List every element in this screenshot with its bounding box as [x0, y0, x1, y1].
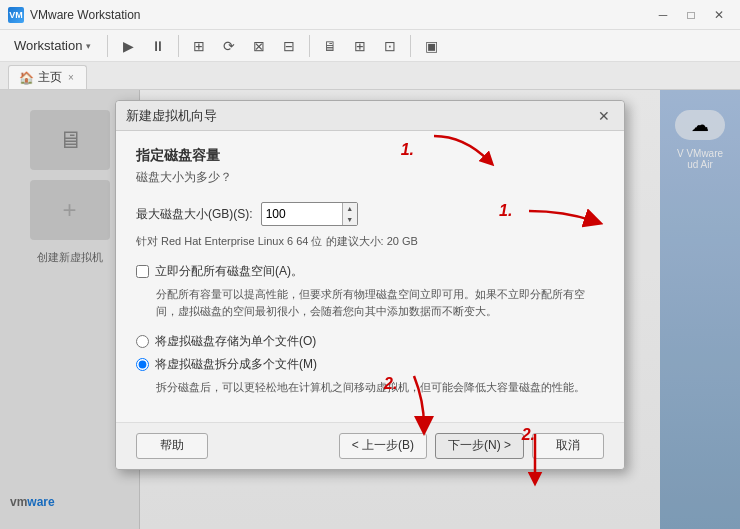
- window-controls: ─ □ ✕: [650, 5, 732, 25]
- new-vm-dialog: 新建虚拟机向导 ✕ 指定磁盘容量 磁盘大小为多少？ 最大磁盘大小(GB)(S):…: [115, 100, 625, 470]
- disk-size-spinner: ▲ ▼: [342, 203, 357, 225]
- single-file-label: 将虚拟磁盘存储为单个文件(O): [155, 333, 316, 350]
- footer-left: 帮助: [136, 433, 331, 459]
- pause-button[interactable]: ⏸: [144, 33, 172, 59]
- dialog-footer: 帮助 < 上一步(B) 下一步(N) > 取消: [116, 422, 624, 469]
- single-file-radio-row: 将虚拟磁盘存储为单个文件(O): [136, 333, 604, 350]
- cancel-button[interactable]: 取消: [532, 433, 604, 459]
- toolbar-btn-3[interactable]: ⊠: [245, 33, 273, 59]
- section-title: 指定磁盘容量: [136, 147, 604, 165]
- disk-storage-radio-group: 将虚拟磁盘存储为单个文件(O) 将虚拟磁盘拆分成多个文件(M) 拆分磁盘后，可以…: [136, 333, 604, 396]
- app-icon: VM: [8, 7, 24, 23]
- dialog-title: 新建虚拟机向导: [126, 107, 594, 125]
- toolbar-btn-6[interactable]: ⊞: [346, 33, 374, 59]
- dialog-body: 指定磁盘容量 磁盘大小为多少？ 最大磁盘大小(GB)(S): ▲ ▼ 针对 Re…: [116, 131, 624, 422]
- back-button[interactable]: < 上一步(B): [339, 433, 427, 459]
- menu-bar: Workstation ▾ ▶ ⏸ ⊞ ⟳ ⊠ ⊟ 🖥 ⊞ ⊡ ▣: [0, 30, 740, 62]
- maximize-button[interactable]: □: [678, 5, 704, 25]
- home-tab[interactable]: 🏠 主页 ×: [8, 65, 87, 89]
- multiple-files-label: 将虚拟磁盘拆分成多个文件(M): [155, 356, 317, 373]
- app-title: VMware Workstation: [30, 8, 650, 22]
- multiple-files-hint: 拆分磁盘后，可以更轻松地在计算机之间移动虚拟机，但可能会降低大容量磁盘的性能。: [156, 379, 604, 396]
- next-button[interactable]: 下一步(N) >: [435, 433, 524, 459]
- disk-size-input[interactable]: [262, 203, 342, 225]
- workstation-menu[interactable]: Workstation ▾: [4, 34, 101, 57]
- help-button[interactable]: 帮助: [136, 433, 208, 459]
- single-file-radio[interactable]: [136, 335, 149, 348]
- toolbar-separator-2: [178, 35, 179, 57]
- allocate-now-checkbox[interactable]: [136, 265, 149, 278]
- minimize-button[interactable]: ─: [650, 5, 676, 25]
- toolbar-btn-2[interactable]: ⟳: [215, 33, 243, 59]
- toolbar-btn-8[interactable]: ▣: [417, 33, 445, 59]
- dialog-overlay: 新建虚拟机向导 ✕ 指定磁盘容量 磁盘大小为多少？ 最大磁盘大小(GB)(S):…: [0, 90, 740, 529]
- multiple-files-radio-row: 将虚拟磁盘拆分成多个文件(M): [136, 356, 604, 373]
- allocate-now-label: 立即分配所有磁盘空间(A)。: [155, 263, 303, 280]
- home-tab-icon: 🏠: [19, 71, 34, 85]
- toolbar-btn-5[interactable]: 🖥: [316, 33, 344, 59]
- disk-size-label: 最大磁盘大小(GB)(S):: [136, 206, 253, 223]
- disk-size-row: 最大磁盘大小(GB)(S): ▲ ▼: [136, 202, 604, 226]
- toolbar-separator-3: [309, 35, 310, 57]
- main-content: 🖥 + 创建新虚拟机 vmware ☁ V VMware ud Air 新建虚拟…: [0, 90, 740, 529]
- spinner-down-button[interactable]: ▼: [343, 214, 357, 225]
- play-button[interactable]: ▶: [114, 33, 142, 59]
- title-bar: VM VMware Workstation ─ □ ✕: [0, 0, 740, 30]
- multiple-files-radio[interactable]: [136, 358, 149, 371]
- disk-hint-text: 针对 Red Hat Enterprise Linux 6 64 位 的建议大小…: [136, 234, 604, 249]
- close-button[interactable]: ✕: [706, 5, 732, 25]
- tab-bar: 🏠 主页 ×: [0, 62, 740, 90]
- toolbar-btn-7[interactable]: ⊡: [376, 33, 404, 59]
- toolbar-btn-1[interactable]: ⊞: [185, 33, 213, 59]
- disk-size-input-wrap: ▲ ▼: [261, 202, 358, 226]
- home-tab-close[interactable]: ×: [66, 71, 76, 84]
- spinner-up-button[interactable]: ▲: [343, 203, 357, 214]
- dialog-close-button[interactable]: ✕: [594, 106, 614, 126]
- home-tab-label: 主页: [38, 69, 62, 86]
- toolbar-separator: [107, 35, 108, 57]
- dropdown-arrow: ▾: [86, 41, 91, 51]
- allocate-indent-text: 分配所有容量可以提高性能，但要求所有物理磁盘空间立即可用。如果不立即分配所有空间…: [156, 286, 604, 319]
- workstation-menu-label: Workstation: [14, 38, 82, 53]
- allocate-now-row: 立即分配所有磁盘空间(A)。: [136, 263, 604, 280]
- section-subtitle: 磁盘大小为多少？: [136, 169, 604, 186]
- toolbar-btn-4[interactable]: ⊟: [275, 33, 303, 59]
- dialog-titlebar: 新建虚拟机向导 ✕: [116, 101, 624, 131]
- toolbar-separator-4: [410, 35, 411, 57]
